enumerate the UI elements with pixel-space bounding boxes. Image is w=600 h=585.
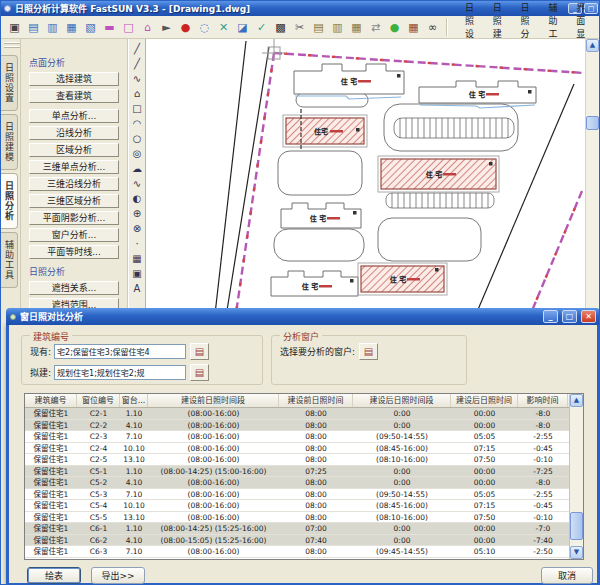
- transfer-icon[interactable]: ⇄: [367, 19, 384, 36]
- table-row[interactable]: 保留住宅1C5-410.10(08:00-16:00)08:00(08:45-1…: [25, 500, 583, 512]
- cut-icon[interactable]: ✂: [291, 19, 308, 36]
- block-copy-icon[interactable]: ⊕: [129, 206, 145, 221]
- table-row[interactable]: 保留住宅1C6-11.10(08:00-14:25) (15:25-16:00)…: [25, 523, 583, 535]
- palette-icon[interactable]: ▦: [405, 19, 422, 36]
- table-row[interactable]: 保留住宅1C5-24.10(08:00-16:00)08:000:0000:00…: [25, 477, 583, 489]
- point-icon[interactable]: ●: [177, 19, 194, 36]
- point-tool-icon[interactable]: ·: [129, 236, 145, 251]
- sidebar-tab-3[interactable]: 辅助工具: [1, 232, 18, 288]
- pick-windows-button[interactable]: ▤: [359, 343, 378, 360]
- table-row[interactable]: 保留住宅1C2-24.10(08:00-16:00)08:000:0000:00…: [25, 420, 583, 432]
- sidebar-button[interactable]: 窗户分析...: [29, 228, 119, 242]
- table-column-header[interactable]: 建设前日照时间段: [148, 394, 279, 407]
- table-column-header[interactable]: 窗位编号: [77, 394, 120, 407]
- image-frame-icon[interactable]: ▣: [6, 19, 23, 36]
- split-window-icon[interactable]: ▦: [63, 19, 80, 36]
- minimize-icon[interactable]: _: [543, 310, 558, 323]
- copy-alt-icon[interactable]: ▥: [329, 19, 346, 36]
- cascade-window-icon[interactable]: ▥: [44, 19, 61, 36]
- polygon-tool-icon[interactable]: ⌂: [129, 86, 145, 101]
- sidebar-button[interactable]: 查看建筑: [29, 89, 119, 103]
- scroll-up-icon[interactable]: ▲: [586, 39, 599, 52]
- table-row[interactable]: 保留住宅1C5-11.10(08:00-14:25) (15:00-16:00)…: [25, 466, 583, 478]
- scrollbar-thumb[interactable]: [586, 116, 599, 130]
- sidebar-tab-0[interactable]: 日照设置: [1, 55, 18, 111]
- sidebar-button[interactable]: 沿线分析: [29, 126, 119, 140]
- draw-table-button[interactable]: 绘表: [27, 567, 81, 584]
- existing-buildings-field[interactable]: [54, 344, 186, 359]
- tile-window-icon[interactable]: ▤: [25, 19, 42, 36]
- corner-icon[interactable]: ◪: [234, 19, 251, 36]
- hatch-tool-icon[interactable]: ▦: [129, 251, 145, 266]
- polyline-tool-icon[interactable]: ╱: [129, 56, 145, 71]
- table-column-header[interactable]: 建设前日照时间: [279, 394, 353, 407]
- scroll-down-icon[interactable]: ▼: [570, 546, 583, 559]
- maximize-icon[interactable]: □: [562, 310, 577, 323]
- table-cell: (09:50-14:55): [353, 431, 451, 442]
- table-row[interactable]: 保留住宅1C2-11.10(08:00-16:00)08:000:0000:00…: [25, 408, 583, 420]
- pick-existing-button[interactable]: ▤: [190, 343, 209, 360]
- pick-arrow-icon[interactable]: ►: [158, 19, 175, 36]
- table-row[interactable]: 保留住宅1C5-37.10(08:00-16:00)08:00(09:50-14…: [25, 489, 583, 501]
- sidebar-button[interactable]: 单点分析...: [29, 109, 119, 123]
- table-row[interactable]: 保留住宅1C5-513.10(08:00-16:00)08:00(08:10-1…: [25, 512, 583, 524]
- circle-tool-icon[interactable]: ○: [129, 131, 145, 146]
- table-cell: C2-2: [77, 420, 120, 431]
- binoculars-icon[interactable]: ∞: [424, 19, 441, 36]
- text-tool-icon[interactable]: A: [129, 281, 145, 296]
- image-tool-icon[interactable]: ▣: [129, 266, 145, 281]
- table-row[interactable]: 保留住宅1C2-37.10(08:00-16:00)08:00(09:50-14…: [25, 431, 583, 443]
- sidebar-button[interactable]: 平面阴影分析...: [29, 211, 119, 225]
- paste-icon[interactable]: ▦: [348, 19, 365, 36]
- planned-buildings-field[interactable]: [54, 365, 186, 380]
- spline-tool-icon[interactable]: ∿: [129, 71, 145, 86]
- table-row[interactable]: 保留住宅1C6-37.10(08:00-16:00)08:00(09:45-14…: [25, 546, 583, 558]
- table-row[interactable]: 保留住宅1C2-513.10(08:00-16:00)08:00(08:10-1…: [25, 454, 583, 466]
- dialog-title-bar[interactable]: 窗日照对比分析 _ □ ✕: [6, 308, 600, 325]
- layout-window-icon[interactable]: ▧: [82, 19, 99, 36]
- donut-tool-icon[interactable]: ◎: [129, 146, 145, 161]
- table-column-header[interactable]: 影响时间: [518, 394, 568, 407]
- rect-outline-icon[interactable]: □: [120, 19, 137, 36]
- sidebar-tab-2[interactable]: 日照分析: [1, 173, 18, 229]
- sidebar-button[interactable]: 区域分析: [29, 143, 119, 157]
- shade-image-icon[interactable]: ▩: [272, 19, 289, 36]
- drawing-canvas[interactable]: 住 宅 住 宅 住宅 住 宅 住 宅 住 宅 住 宅: [146, 39, 585, 328]
- sidebar-button[interactable]: 三维单点分析...: [29, 160, 119, 174]
- scroll-up-icon[interactable]: ▲: [570, 394, 583, 407]
- sidebar-button[interactable]: 选择建筑: [29, 72, 119, 86]
- table-cell: 1.10: [120, 408, 148, 419]
- rectangle-tool-icon[interactable]: □: [129, 101, 145, 116]
- scatter-icon[interactable]: ✕: [215, 19, 232, 36]
- selection-box-icon[interactable]: ◌: [196, 19, 213, 36]
- slab-icon[interactable]: ▬: [101, 19, 118, 36]
- sidebar-button[interactable]: 平面等时线...: [29, 245, 119, 259]
- close-icon[interactable]: ✕: [581, 310, 596, 323]
- arc-tool-icon[interactable]: ◠: [129, 116, 145, 131]
- roof-icon[interactable]: ⌂: [139, 19, 156, 36]
- cancel-button[interactable]: 取消: [541, 567, 593, 584]
- canvas-vertical-scrollbar[interactable]: ▲: [585, 39, 599, 328]
- table-row[interactable]: 保留住宅1C6-24.10(08:00-15:05) (15:25-16:00)…: [25, 535, 583, 547]
- table-column-header[interactable]: 建筑编号: [25, 394, 77, 407]
- check-icon[interactable]: ✓: [253, 19, 270, 36]
- revcloud-tool-icon[interactable]: ☁: [129, 161, 145, 176]
- sidebar-tab-1[interactable]: 日照建模: [1, 114, 18, 170]
- wave-tool-icon[interactable]: ∿: [129, 176, 145, 191]
- sidebar-button[interactable]: 遮挡关系...: [29, 281, 119, 295]
- sidebar-button[interactable]: 三维区域分析: [29, 194, 119, 208]
- pick-planned-button[interactable]: ▤: [190, 364, 209, 381]
- export-button[interactable]: 导出>>: [91, 567, 145, 584]
- copy-icon[interactable]: ▤: [310, 19, 327, 36]
- sidebar-button[interactable]: 三维沿线分析: [29, 177, 119, 191]
- ellipse-tool-icon[interactable]: ◐: [129, 191, 145, 206]
- line-tool-icon[interactable]: ╱: [129, 41, 145, 56]
- table-row[interactable]: 保留住宅1C2-410.10(08:00-16:00)08:00(08:45-1…: [25, 443, 583, 455]
- block-paste-icon[interactable]: ⊗: [129, 221, 145, 236]
- table-column-header[interactable]: 建设后日照时间段: [353, 394, 451, 407]
- scrollbar-thumb[interactable]: [570, 512, 583, 540]
- table-vertical-scrollbar[interactable]: ▲ ▼: [569, 394, 583, 559]
- status-ball-icon[interactable]: ●: [386, 19, 403, 36]
- table-column-header[interactable]: 窗台...: [120, 394, 148, 407]
- table-column-header[interactable]: 建设后日照时间: [451, 394, 518, 407]
